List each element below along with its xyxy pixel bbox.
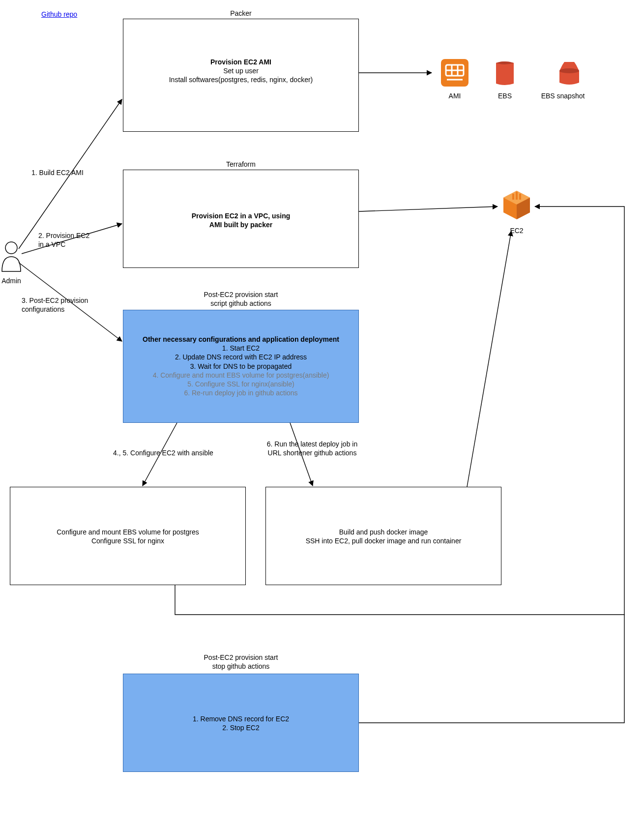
- deploy-l2: SSH into EC2, pull docker image and run …: [266, 536, 501, 545]
- start-s1: 1. Start EC2: [123, 344, 358, 353]
- terraform-box: Provision EC2 in a VPC, using AMI built …: [123, 170, 359, 268]
- start-s2: 2. Update DNS record with EC2 IP address: [123, 353, 358, 361]
- admin-actor: Admin: [0, 241, 23, 285]
- svg-rect-11: [516, 192, 518, 200]
- start-s6: 6. Re-run deploy job in github actions: [123, 388, 358, 397]
- stop-header-l1: Post-EC2 provision start: [123, 653, 359, 662]
- edge-3-label-l2: configurations: [22, 305, 110, 314]
- packer-line2: Install softwares(postgres, redis, nginx…: [123, 75, 358, 84]
- stop-box: 1. Remove DNS record for EC2 2. Stop EC2: [123, 674, 359, 772]
- edge-45-label: 4., 5. Configure EC2 with ansible: [113, 448, 241, 457]
- stop-l2: 2. Stop EC2: [123, 723, 358, 732]
- packer-title: Provision EC2 AMI: [123, 58, 358, 66]
- ebs-caption: EBS: [488, 92, 522, 100]
- ebs-icon: EBS: [488, 58, 522, 100]
- start-title: Other necessary configurations and appli…: [123, 335, 358, 344]
- edge-3-label-l1: 3. Post-EC2 provision: [22, 296, 110, 305]
- terraform-header: Terraform: [123, 160, 359, 169]
- terraform-title-l2: AMI built by packer: [123, 220, 358, 229]
- packer-header: Packer: [123, 9, 359, 18]
- svg-point-13: [5, 242, 17, 254]
- ansible-box: Configure and mount EBS volume for postg…: [10, 487, 246, 585]
- ansible-l1: Configure and mount EBS volume for postg…: [10, 528, 245, 536]
- ec2-icon: EC2: [499, 188, 534, 235]
- start-s4: 4. Configure and mount EBS volume for po…: [123, 371, 358, 380]
- ami-caption: AMI: [438, 92, 472, 100]
- ansible-l2: Configure SSL for nginx: [10, 536, 245, 545]
- terraform-title-l1: Provision EC2 in a VPC, using: [123, 211, 358, 220]
- ebs-snapshot-caption: EBS snapshot: [536, 92, 590, 100]
- ebs-snapshot-icon: EBS snapshot: [536, 58, 590, 100]
- start-header-l2: script github actions: [123, 299, 359, 308]
- github-repo-link[interactable]: Github repo: [41, 10, 86, 19]
- ami-icon: AMI: [438, 58, 472, 100]
- ec2-caption: EC2: [499, 227, 534, 235]
- edge-6-label-l2: URL shortener github actions: [251, 448, 374, 457]
- svg-line-21: [467, 231, 511, 487]
- edge-2-label-l2: in a VPC: [38, 240, 112, 249]
- edge-2-label-l1: 2. Provision EC2: [38, 231, 112, 240]
- svg-rect-0: [441, 59, 468, 87]
- deploy-l1: Build and push docker image: [266, 528, 501, 536]
- admin-label: Admin: [0, 277, 23, 285]
- edge-1-label: 1. Build EC2 AMI: [31, 168, 100, 177]
- start-s5: 5. Configure SSL for nginx(ansible): [123, 380, 358, 388]
- packer-line1: Set up user: [123, 66, 358, 75]
- stop-header-l2: stop github actions: [123, 662, 359, 671]
- start-box: Other necessary configurations and appli…: [123, 310, 359, 423]
- deploy-box: Build and push docker image SSH into EC2…: [265, 487, 501, 585]
- start-header-l1: Post-EC2 provision start: [123, 290, 359, 299]
- svg-point-6: [559, 68, 579, 73]
- svg-rect-10: [512, 194, 514, 200]
- start-s3: 3. Wait for DNS to be propagated: [123, 362, 358, 371]
- edge-6-label-l1: 6. Run the latest deploy job in: [251, 440, 374, 448]
- stop-l1: 1. Remove DNS record for EC2: [123, 714, 358, 723]
- svg-line-18: [359, 207, 498, 211]
- svg-rect-12: [519, 194, 521, 200]
- packer-box: Provision EC2 AMI Set up user Install so…: [123, 19, 359, 132]
